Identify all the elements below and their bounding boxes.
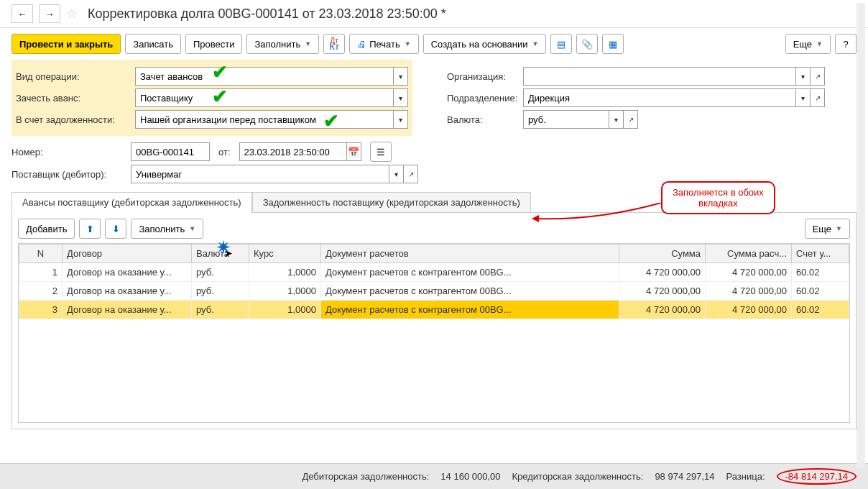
supplier-label: Поставщик (дебитор): xyxy=(11,169,126,180)
supplier-open[interactable]: ↗ xyxy=(404,165,418,183)
page-title: Корректировка долга 00BG-000141 от 23.03… xyxy=(83,6,446,22)
org-label: Организация: xyxy=(447,71,519,82)
diff-value: -84 814 297,14 xyxy=(777,468,857,485)
advance-dropdown[interactable]: ▾ xyxy=(394,88,408,107)
advance-label: Зачесть аванс: xyxy=(16,93,131,104)
vertical-scrollbar[interactable] xyxy=(857,3,865,467)
deb-label: Дебиторская задолженность: xyxy=(302,471,429,482)
structure-icon: ▤ xyxy=(557,39,565,50)
calendar-icon: 📅 xyxy=(348,147,359,157)
back-button[interactable]: ← xyxy=(11,4,33,23)
debt-input[interactable] xyxy=(135,110,394,129)
dtkt-button[interactable]: ДтКт xyxy=(323,34,345,54)
write-button[interactable]: Записать xyxy=(125,34,181,54)
fill-button[interactable]: Заполнить▼ xyxy=(246,34,319,54)
dtkt-icon: ДтКт xyxy=(329,38,339,50)
col-contract[interactable]: Договор xyxy=(63,244,192,263)
col-account[interactable]: Счет у... xyxy=(792,244,849,263)
org-input[interactable] xyxy=(523,67,796,86)
date-extra-button[interactable]: ☰ xyxy=(370,142,392,162)
deb-value: 14 160 000,00 xyxy=(440,471,500,482)
col-sum-calc[interactable]: Сумма расч... xyxy=(706,244,792,263)
annotation-callout: Заполняется в обоих вкладках xyxy=(661,181,775,214)
arrow-down-icon: ⬇ xyxy=(112,224,120,234)
dept-dropdown[interactable]: ▾ xyxy=(796,88,811,107)
from-label: от: xyxy=(218,147,231,157)
dept-open[interactable]: ↗ xyxy=(811,88,825,107)
table-row[interactable]: 2Договор на оказание у...руб.1,0000Докум… xyxy=(19,282,849,301)
supplier-input[interactable] xyxy=(131,165,389,183)
tab-more-button[interactable]: Еще▼ xyxy=(805,219,850,239)
table-row[interactable]: 1Договор на оказание у...руб.1,0000Докум… xyxy=(19,263,849,282)
supplier-dropdown[interactable]: ▾ xyxy=(389,165,404,183)
structure-button[interactable]: ▤ xyxy=(550,34,572,54)
diff-label: Разница: xyxy=(726,471,765,482)
tab-debt[interactable]: Задолженность поставщику (кредиторская з… xyxy=(252,192,531,213)
op-type-dropdown[interactable]: ▾ xyxy=(394,67,408,86)
more-button[interactable]: Еще▼ xyxy=(785,34,831,54)
currency-open[interactable]: ↗ xyxy=(624,110,638,129)
create-based-button[interactable]: Создать на основании▼ xyxy=(423,34,547,54)
table-row[interactable]: 3Договор на оказание у...руб.1,0000Докум… xyxy=(19,301,849,319)
favorite-star-icon[interactable]: ☆ xyxy=(66,6,78,22)
col-rate[interactable]: Курс xyxy=(249,244,321,263)
advance-input[interactable] xyxy=(135,88,394,107)
debt-dropdown[interactable]: ▾ xyxy=(394,110,408,129)
op-type-input[interactable] xyxy=(135,67,394,86)
printer-icon: 🖨 xyxy=(357,39,366,50)
debt-label: В счет задолженности: xyxy=(16,114,131,125)
op-type-label: Вид операции: xyxy=(16,71,131,82)
date-input[interactable] xyxy=(239,142,347,161)
cred-value: 98 974 297,14 xyxy=(655,471,714,482)
list-icon: ☰ xyxy=(377,147,385,157)
report-icon: ▦ xyxy=(609,39,617,50)
add-row-button[interactable]: Добавить xyxy=(18,219,75,239)
number-input[interactable] xyxy=(131,142,210,161)
calendar-button[interactable]: 📅 xyxy=(347,142,361,161)
post-and-close-button[interactable]: Провести и закрыть xyxy=(11,34,121,54)
print-button[interactable]: 🖨Печать▼ xyxy=(349,34,419,54)
dept-label: Подразделение: xyxy=(447,93,519,104)
arrow-up-icon: ⬆ xyxy=(86,224,94,234)
org-dropdown[interactable]: ▾ xyxy=(796,67,811,86)
col-sum[interactable]: Сумма xyxy=(619,244,706,263)
fill-rows-button[interactable]: Заполнить▼ xyxy=(131,219,203,239)
attach-button[interactable]: 📎 xyxy=(576,34,598,54)
post-button[interactable]: Провести xyxy=(185,34,243,54)
move-up-button[interactable]: ⬆ xyxy=(79,219,101,239)
move-down-button[interactable]: ⬇ xyxy=(105,219,126,239)
cred-label: Кредиторская задолженность: xyxy=(512,471,643,482)
tab-advances[interactable]: Авансы поставщику (дебиторская задолженн… xyxy=(11,192,252,213)
currency-dropdown[interactable]: ▾ xyxy=(609,110,624,129)
help-button[interactable]: ? xyxy=(835,34,857,54)
forward-button[interactable]: → xyxy=(39,4,60,23)
col-doc[interactable]: Документ расчетов xyxy=(321,244,619,263)
col-n[interactable]: N xyxy=(19,244,63,263)
currency-input[interactable] xyxy=(523,110,609,129)
paperclip-icon: 📎 xyxy=(581,39,593,50)
report-button[interactable]: ▦ xyxy=(602,34,624,54)
org-open[interactable]: ↗ xyxy=(811,67,825,86)
cursor-burst-icon: ✷➤ xyxy=(216,237,240,259)
dept-input[interactable] xyxy=(523,88,796,107)
number-label: Номер: xyxy=(11,147,126,157)
currency-label: Валюта: xyxy=(447,114,519,125)
